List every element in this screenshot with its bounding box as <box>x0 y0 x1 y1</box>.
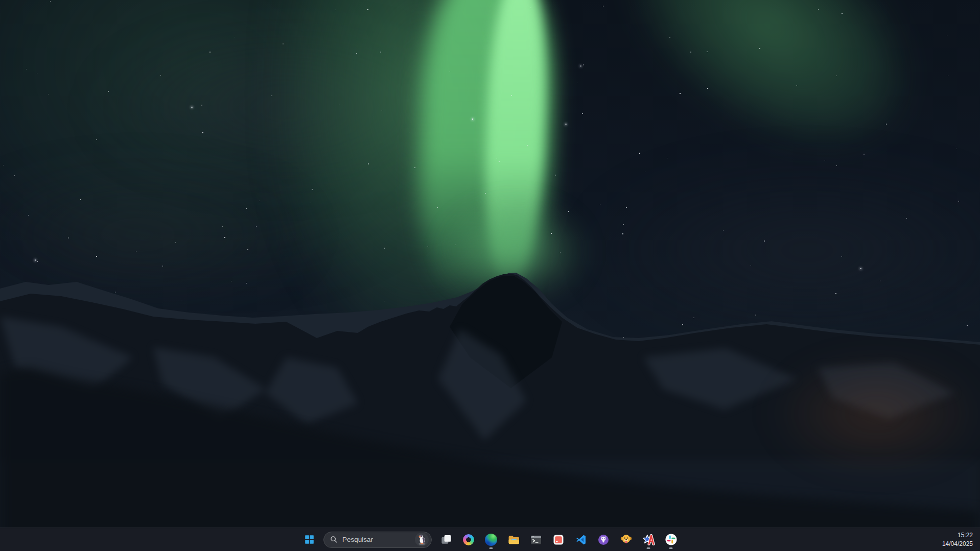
sky-green-haze <box>0 0 429 276</box>
running-indicator <box>489 547 493 549</box>
dog-app-button[interactable] <box>616 530 636 550</box>
cloud <box>92 31 480 184</box>
edge-browser-icon <box>485 534 497 546</box>
windows-logo-icon <box>304 534 315 545</box>
taskbar-center-group: Pesquisar <box>298 528 682 551</box>
terminal-icon <box>530 534 542 546</box>
clock-time: 15:22 <box>958 531 973 540</box>
running-indicator <box>669 547 673 549</box>
slack-pinwheel-icon <box>665 533 678 546</box>
mountains <box>0 0 980 551</box>
copilot-ring-icon <box>463 534 474 545</box>
cloud <box>0 169 317 301</box>
aurora-secondary-band <box>591 0 947 190</box>
github-desktop-button[interactable] <box>593 530 614 550</box>
github-octocat-icon <box>597 534 610 546</box>
running-indicator <box>647 547 650 549</box>
star-a-app-button[interactable] <box>638 530 659 550</box>
aurora-haze <box>276 0 516 352</box>
aurora-base-glow <box>440 200 589 302</box>
start-button[interactable] <box>299 530 319 550</box>
task-view-button[interactable] <box>436 530 456 550</box>
dog-emoji-icon <box>620 533 633 546</box>
folder-icon <box>507 533 520 546</box>
file-explorer-button[interactable] <box>503 530 524 550</box>
aurora-pillar <box>414 0 557 306</box>
aurora-pillar-core <box>481 0 549 287</box>
copilot-button[interactable] <box>458 530 479 550</box>
search-placeholder: Pesquisar <box>342 536 410 543</box>
terminal-button[interactable] <box>526 530 546 550</box>
search-box[interactable]: Pesquisar <box>323 532 432 548</box>
slack-button[interactable] <box>661 530 681 550</box>
puffin-bird-icon[interactable] <box>415 533 429 546</box>
red-square-app-button[interactable] <box>548 530 569 550</box>
system-clock[interactable]: 15:22 14/04/2025 <box>937 528 980 551</box>
search-icon <box>330 536 338 543</box>
task-view-icon <box>440 534 452 545</box>
vscode-button[interactable] <box>571 530 591 550</box>
taskbar: Pesquisar <box>0 528 980 551</box>
clock-date: 14/04/2025 <box>942 540 973 548</box>
warm-cloud-glow <box>766 352 980 475</box>
cloud <box>588 169 980 332</box>
red-square-app-icon <box>552 534 565 546</box>
red-a-blue-star-icon <box>642 533 655 546</box>
edge-button[interactable] <box>481 530 501 550</box>
star-field <box>0 0 980 551</box>
vscode-icon <box>575 534 587 546</box>
desktop[interactable]: Pesquisar <box>0 0 980 551</box>
